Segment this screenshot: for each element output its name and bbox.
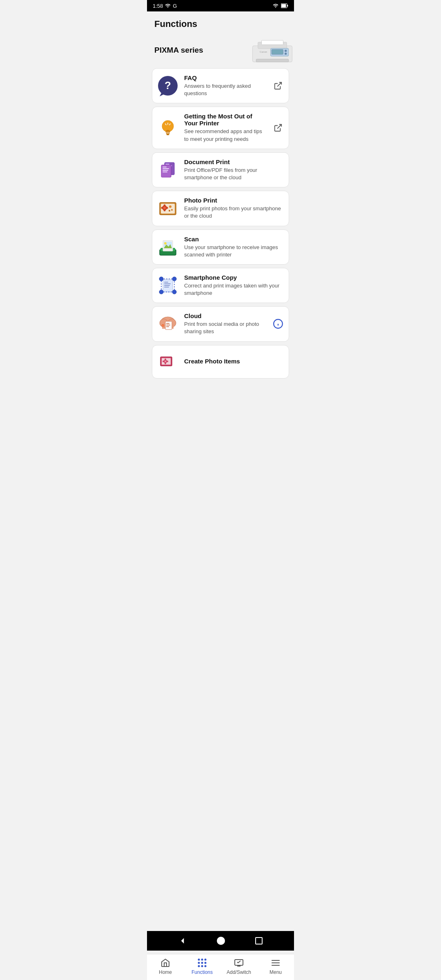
scan-icon [157,236,178,258]
create-photo-items-content: Create Photo Items [184,358,284,366]
scan-desc: Use your smartphone to receive images sc… [184,244,284,258]
photo-print-card[interactable]: Photo Print Easily print photos from you… [152,191,289,226]
status-bar: 1:58 G [147,0,294,11]
status-left: 1:58 G [153,3,177,9]
svg-rect-71 [166,326,169,327]
svg-point-81 [165,359,166,360]
svg-rect-52 [164,282,168,283]
photo-print-content: Photo Print Easily print photos from you… [184,197,284,220]
svg-point-42 [169,205,172,208]
svg-point-84 [167,361,168,362]
svg-point-44 [169,210,170,212]
scan-title: Scan [184,236,284,243]
cloud-card[interactable]: Cloud Print from social media or photo s… [152,306,289,341]
svg-rect-55 [164,287,169,287]
wifi-signal-icon [272,3,279,9]
document-print-desc: Print Office/PDF files from your smartph… [184,167,284,181]
faq-card[interactable]: ? FAQ Answers to frequently asked questi… [152,68,289,103]
smartphone-copy-desc: Correct and print images taken with your… [184,282,284,297]
svg-point-39 [164,209,166,212]
svg-point-83 [163,361,164,362]
wifi-icon [165,3,171,9]
status-time: 1:58 [153,3,163,9]
create-photo-items-card[interactable]: Create Photo Items [152,345,289,379]
cloud-title: Cloud [184,312,267,319]
svg-rect-18 [167,134,169,135]
cloud-desc: Print from social media or photo sharing… [184,321,267,335]
svg-rect-1 [287,5,288,7]
getting-most-external-icon [272,122,284,134]
document-print-title: Document Print [184,158,284,165]
smartphone-copy-title: Smartphone Copy [184,274,284,281]
svg-text:Canon: Canon [260,50,267,53]
faq-title: FAQ [184,74,267,81]
svg-point-82 [165,363,166,364]
series-title: PIXMA series [154,46,203,55]
svg-line-24 [277,125,281,129]
svg-rect-2 [281,4,286,7]
svg-rect-32 [163,170,168,171]
photo-print-icon [157,198,178,219]
document-print-icon [157,159,178,180]
svg-line-15 [277,82,281,87]
svg-point-8 [285,50,287,52]
faq-content: FAQ Answers to frequently asked question… [184,74,267,97]
document-print-content: Document Print Print Office/PDF files fr… [184,158,284,181]
battery-icon [281,3,288,9]
getting-most-content: Getting the Most Out of Your Printer See… [184,113,267,143]
svg-rect-33 [163,172,167,172]
svg-point-40 [161,207,163,209]
scan-card[interactable]: Scan Use your smartphone to receive imag… [152,229,289,265]
svg-point-80 [165,361,166,362]
cards-container: ? FAQ Answers to frequently asked questi… [147,68,294,383]
smartphone-copy-icon [157,275,178,296]
svg-point-73 [163,325,164,326]
svg-point-50 [164,242,167,245]
smartphone-copy-card[interactable]: Smartphone Copy Correct and print images… [152,268,289,303]
svg-rect-7 [272,49,283,54]
status-right [272,3,288,9]
printer-image: Canon [250,37,287,63]
svg-rect-26 [165,164,169,165]
smartphone-copy-content: Smartphone Copy Correct and print images… [184,274,284,297]
cloud-info-icon[interactable] [272,318,284,330]
cloud-content: Cloud Print from social media or photo s… [184,312,267,335]
svg-rect-70 [166,325,170,325]
svg-rect-30 [163,167,167,167]
photo-print-title: Photo Print [184,197,284,204]
page-title-section: Functions [147,11,294,33]
svg-rect-54 [164,285,170,286]
create-photo-items-title: Create Photo Items [184,358,284,365]
faq-external-icon [272,80,284,91]
svg-rect-10 [256,59,288,62]
svg-point-43 [171,209,173,211]
svg-point-9 [285,53,287,55]
create-photo-items-icon [157,351,178,372]
cloud-icon [157,313,178,334]
photo-print-desc: Easily print photos from your smartphone… [184,205,284,220]
page-title: Functions [154,19,287,29]
svg-rect-5 [262,40,283,45]
getting-most-desc: See recommended apps and tips to meet yo… [184,128,267,143]
svg-point-38 [164,205,166,207]
svg-point-41 [166,207,168,209]
svg-rect-53 [164,283,171,284]
scan-content: Scan Use your smartphone to receive imag… [184,236,284,258]
svg-rect-31 [163,168,169,169]
svg-point-37 [163,207,166,209]
faq-desc: Answers to frequently asked questions [184,82,267,97]
carrier-label: G [173,3,177,9]
bulb-icon [157,117,178,138]
getting-most-card[interactable]: Getting the Most Out of Your Printer See… [152,107,289,149]
getting-most-title: Getting the Most Out of Your Printer [184,113,267,127]
series-header: PIXMA series Canon [147,33,294,68]
svg-rect-69 [166,323,169,324]
document-print-card[interactable]: Document Print Print Office/PDF files fr… [152,152,289,187]
svg-text:?: ? [165,79,171,91]
faq-icon: ? [157,75,178,96]
